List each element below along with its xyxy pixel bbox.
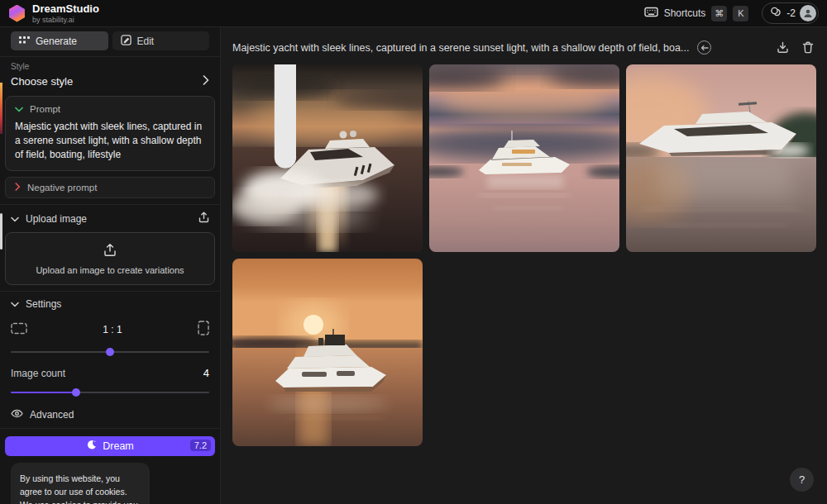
prompt-weight-gradient-strip: [0, 83, 2, 134]
generation-prompt-text: Majestic yacht with sleek lines, capture…: [232, 42, 689, 54]
chevron-down-icon: [11, 213, 19, 225]
portrait-ratio-icon[interactable]: [198, 321, 209, 339]
dropzone-label: Upload an image to create variations: [36, 265, 184, 275]
settings-label: Settings: [26, 298, 61, 310]
credits-count: -2: [786, 7, 796, 19]
dream-section: Dream 7.2: [0, 428, 220, 456]
upload-tray-icon: [103, 243, 117, 260]
dreamstudio-app: DreamStudio by stability.ai Shortcuts ⌘ …: [0, 0, 827, 504]
prompt-card-header[interactable]: Prompt: [15, 104, 205, 114]
choose-style-button[interactable]: Choose style: [11, 74, 209, 88]
upload-section: Upload image Upload an image to create v…: [0, 204, 220, 285]
top-bar: DreamStudio by stability.ai Shortcuts ⌘ …: [0, 0, 827, 27]
generated-image-4[interactable]: [232, 259, 423, 446]
image-count-slider[interactable]: [11, 388, 209, 397]
restore-prompt-icon[interactable]: [697, 40, 711, 55]
app-title: DreamStudio: [32, 3, 99, 14]
download-all-icon[interactable]: [777, 41, 789, 54]
image-count-value: 4: [203, 367, 209, 379]
k-keycap: K: [733, 6, 748, 21]
slider-thumb[interactable]: [72, 388, 80, 397]
coins-icon: [770, 6, 782, 21]
generated-image-3[interactable]: [626, 64, 816, 252]
grid-dots-icon: [19, 36, 30, 47]
chevron-right-icon: [203, 74, 209, 88]
aspect-ratio-row: 1 : 1: [11, 321, 209, 339]
generated-image-2[interactable]: [429, 64, 619, 252]
tab-generate-label: Generate: [36, 36, 77, 47]
sidebar: Generate Edit Style Choose style: [0, 27, 221, 504]
aspect-ratio-slider[interactable]: [11, 348, 209, 356]
cmd-keycap: ⌘: [711, 6, 727, 21]
prompt-input[interactable]: Majestic yacht with sleek lines, capture…: [15, 120, 205, 162]
help-button[interactable]: ?: [790, 468, 814, 492]
sidebar-scrollbar-thumb[interactable]: [0, 213, 2, 250]
image-toolbar: Variations: [232, 64, 423, 91]
keyboard-icon: [644, 7, 658, 20]
slider-fill: [11, 392, 76, 393]
pencil-square-icon: [121, 35, 131, 48]
dream-cost-badge: 7.2: [190, 440, 211, 451]
brand[interactable]: DreamStudio by stability.ai: [8, 3, 99, 24]
image-count-row: Image count 4: [11, 367, 209, 379]
prompt-label: Prompt: [30, 104, 60, 114]
mode-tabs: Generate Edit: [11, 31, 209, 50]
image-count-label: Image count: [11, 368, 65, 379]
results-grid: Variations: [232, 64, 816, 446]
main-area: Majestic yacht with sleek lines, capture…: [221, 27, 827, 504]
dream-button[interactable]: Dream 7.2: [5, 436, 215, 456]
chevron-right-icon: [15, 183, 21, 193]
landscape-ratio-icon[interactable]: [11, 322, 27, 338]
advanced-toggle[interactable]: Advanced: [11, 409, 209, 421]
upload-image-header[interactable]: Upload image: [0, 205, 220, 226]
settings-header[interactable]: Settings: [0, 292, 220, 310]
negative-prompt-label: Negative prompt: [27, 183, 97, 193]
avatar[interactable]: [800, 5, 816, 21]
negative-prompt-header: Negative prompt: [15, 183, 205, 193]
aspect-ratio-value: 1 : 1: [103, 324, 122, 335]
style-value: Choose style: [11, 75, 73, 88]
upload-icon[interactable]: [198, 212, 209, 226]
upload-image-label: Upload image: [26, 213, 87, 225]
generation-header: Majestic yacht with sleek lines, capture…: [221, 27, 827, 64]
generated-image-1[interactable]: Variations: [232, 64, 423, 252]
cookie-banner: By using this website, you agree to our …: [11, 463, 150, 504]
chevron-down-icon: [11, 298, 19, 310]
style-label: Style: [11, 62, 209, 71]
variations-button[interactable]: Variations: [241, 64, 423, 172]
tab-edit-label: Edit: [137, 36, 155, 47]
dream-label: Dream: [103, 440, 134, 452]
tab-generate[interactable]: Generate: [11, 31, 108, 50]
advanced-label: Advanced: [30, 409, 74, 421]
crescent-moon-icon: [86, 440, 97, 453]
chevron-down-icon: [15, 104, 23, 114]
eye-icon: [11, 409, 23, 421]
branch-arrow-icon: [241, 64, 423, 172]
delete-all-icon[interactable]: [802, 41, 814, 54]
negative-prompt-card[interactable]: Negative prompt: [5, 177, 215, 198]
slider-thumb[interactable]: [106, 348, 114, 356]
shortcuts-label: Shortcuts: [664, 7, 706, 19]
upload-dropzone[interactable]: Upload an image to create variations: [5, 232, 215, 285]
style-section: Style Choose style: [0, 56, 220, 96]
credits-pill[interactable]: -2: [762, 2, 819, 24]
settings-section: Settings 1 : 1 Image count 4: [0, 291, 220, 421]
tab-edit[interactable]: Edit: [112, 31, 210, 50]
shortcuts-button[interactable]: Shortcuts ⌘ K: [644, 6, 749, 21]
prompt-card: Prompt Majestic yacht with sleek lines, …: [5, 96, 215, 171]
cookie-text: By using this website, you agree to our …: [20, 473, 141, 504]
app-subtitle: by stability.ai: [32, 16, 99, 24]
dreamstudio-logo-icon: [8, 5, 26, 22]
